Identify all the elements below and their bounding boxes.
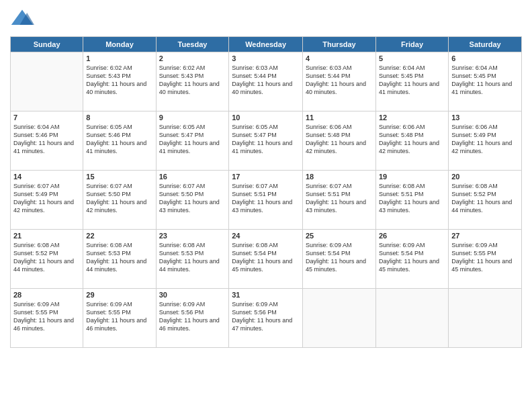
day-info: Sunrise: 6:08 AM Sunset: 5:52 PM Dayligh… (13, 241, 80, 274)
date-number: 21 (13, 232, 80, 240)
day-cell-1: 1Sunrise: 6:02 AM Sunset: 5:43 PM Daylig… (83, 52, 156, 111)
day-info: Sunrise: 6:09 AM Sunset: 5:54 PM Dayligh… (306, 241, 373, 274)
day-cell-5: 5Sunrise: 6:04 AM Sunset: 5:45 PM Daylig… (375, 52, 448, 111)
day-cell-16: 16Sunrise: 6:07 AM Sunset: 5:50 PM Dayli… (156, 171, 229, 230)
date-number: 8 (86, 113, 152, 122)
day-info: Sunrise: 6:07 AM Sunset: 5:51 PM Dayligh… (232, 182, 300, 215)
day-info: Sunrise: 6:08 AM Sunset: 5:52 PM Dayligh… (451, 182, 519, 215)
day-header-friday: Friday (375, 37, 448, 52)
day-info: Sunrise: 6:05 AM Sunset: 5:47 PM Dayligh… (159, 123, 226, 156)
day-cell-23: 23Sunrise: 6:08 AM Sunset: 5:53 PM Dayli… (156, 230, 229, 289)
day-header-tuesday: Tuesday (156, 37, 229, 52)
day-info: Sunrise: 6:02 AM Sunset: 5:43 PM Dayligh… (159, 64, 226, 97)
date-number: 12 (379, 113, 445, 122)
date-number: 29 (86, 291, 152, 299)
empty-cell (375, 289, 448, 348)
date-number: 28 (13, 291, 80, 299)
date-number: 4 (306, 54, 373, 62)
date-number: 7 (13, 113, 80, 122)
empty-cell (449, 289, 522, 348)
header (10, 7, 522, 31)
date-number: 25 (306, 232, 373, 240)
week-row-2: 14Sunrise: 6:07 AM Sunset: 5:49 PM Dayli… (11, 171, 522, 230)
date-number: 13 (451, 113, 519, 122)
week-row-0: 1Sunrise: 6:02 AM Sunset: 5:43 PM Daylig… (11, 52, 522, 111)
date-number: 31 (232, 291, 300, 299)
date-number: 14 (13, 173, 80, 181)
day-cell-8: 8Sunrise: 6:05 AM Sunset: 5:46 PM Daylig… (83, 111, 156, 171)
day-header-row: SundayMondayTuesdayWednesdayThursdayFrid… (11, 37, 522, 52)
day-cell-6: 6Sunrise: 6:04 AM Sunset: 5:45 PM Daylig… (449, 52, 522, 111)
date-number: 1 (86, 54, 152, 62)
day-cell-2: 2Sunrise: 6:02 AM Sunset: 5:43 PM Daylig… (156, 52, 229, 111)
logo-icon (10, 7, 34, 31)
empty-cell (302, 289, 375, 348)
day-info: Sunrise: 6:03 AM Sunset: 5:44 PM Dayligh… (232, 64, 300, 97)
day-cell-15: 15Sunrise: 6:07 AM Sunset: 5:50 PM Dayli… (83, 171, 156, 230)
day-cell-18: 18Sunrise: 6:07 AM Sunset: 5:51 PM Dayli… (302, 171, 375, 230)
day-info: Sunrise: 6:09 AM Sunset: 5:55 PM Dayligh… (451, 241, 519, 274)
date-number: 10 (232, 113, 300, 122)
day-info: Sunrise: 6:07 AM Sunset: 5:51 PM Dayligh… (306, 182, 373, 215)
day-info: Sunrise: 6:04 AM Sunset: 5:45 PM Dayligh… (451, 64, 519, 97)
day-cell-19: 19Sunrise: 6:08 AM Sunset: 5:51 PM Dayli… (375, 171, 448, 230)
day-info: Sunrise: 6:06 AM Sunset: 5:48 PM Dayligh… (306, 123, 373, 156)
week-row-4: 28Sunrise: 6:09 AM Sunset: 5:55 PM Dayli… (11, 289, 522, 348)
day-cell-9: 9Sunrise: 6:05 AM Sunset: 5:47 PM Daylig… (156, 111, 229, 171)
day-cell-11: 11Sunrise: 6:06 AM Sunset: 5:48 PM Dayli… (302, 111, 375, 171)
day-info: Sunrise: 6:03 AM Sunset: 5:44 PM Dayligh… (306, 64, 373, 97)
day-cell-29: 29Sunrise: 6:09 AM Sunset: 5:55 PM Dayli… (83, 289, 156, 348)
day-info: Sunrise: 6:04 AM Sunset: 5:46 PM Dayligh… (13, 123, 80, 156)
date-number: 30 (159, 291, 226, 299)
date-number: 26 (379, 232, 445, 240)
logo (10, 7, 37, 31)
date-number: 18 (306, 173, 373, 181)
day-header-wednesday: Wednesday (229, 37, 303, 52)
day-cell-22: 22Sunrise: 6:08 AM Sunset: 5:53 PM Dayli… (83, 230, 156, 289)
date-number: 9 (159, 113, 226, 122)
date-number: 3 (232, 54, 300, 62)
day-info: Sunrise: 6:09 AM Sunset: 5:54 PM Dayligh… (379, 241, 445, 274)
page-container: SundayMondayTuesdayWednesdayThursdayFrid… (0, 0, 532, 355)
day-header-saturday: Saturday (449, 37, 522, 52)
date-number: 19 (379, 173, 445, 181)
day-info: Sunrise: 6:09 AM Sunset: 5:56 PM Dayligh… (159, 300, 226, 333)
day-cell-14: 14Sunrise: 6:07 AM Sunset: 5:49 PM Dayli… (11, 171, 83, 230)
day-cell-28: 28Sunrise: 6:09 AM Sunset: 5:55 PM Dayli… (11, 289, 83, 348)
day-info: Sunrise: 6:08 AM Sunset: 5:51 PM Dayligh… (379, 182, 445, 215)
day-cell-20: 20Sunrise: 6:08 AM Sunset: 5:52 PM Dayli… (449, 171, 522, 230)
date-number: 16 (159, 173, 226, 181)
date-number: 17 (232, 173, 300, 181)
day-cell-26: 26Sunrise: 6:09 AM Sunset: 5:54 PM Dayli… (375, 230, 448, 289)
day-info: Sunrise: 6:08 AM Sunset: 5:53 PM Dayligh… (159, 241, 226, 274)
day-info: Sunrise: 6:06 AM Sunset: 5:48 PM Dayligh… (379, 123, 445, 156)
date-number: 24 (232, 232, 300, 240)
day-cell-4: 4Sunrise: 6:03 AM Sunset: 5:44 PM Daylig… (302, 52, 375, 111)
day-info: Sunrise: 6:05 AM Sunset: 5:47 PM Dayligh… (232, 123, 300, 156)
date-number: 15 (86, 173, 152, 181)
day-cell-3: 3Sunrise: 6:03 AM Sunset: 5:44 PM Daylig… (229, 52, 303, 111)
day-cell-24: 24Sunrise: 6:08 AM Sunset: 5:54 PM Dayli… (229, 230, 303, 289)
date-number: 6 (451, 54, 519, 62)
day-header-thursday: Thursday (302, 37, 375, 52)
day-cell-21: 21Sunrise: 6:08 AM Sunset: 5:52 PM Dayli… (11, 230, 83, 289)
day-cell-13: 13Sunrise: 6:06 AM Sunset: 5:49 PM Dayli… (449, 111, 522, 171)
day-info: Sunrise: 6:02 AM Sunset: 5:43 PM Dayligh… (86, 64, 152, 97)
day-cell-31: 31Sunrise: 6:09 AM Sunset: 5:56 PM Dayli… (229, 289, 303, 348)
day-info: Sunrise: 6:07 AM Sunset: 5:50 PM Dayligh… (159, 182, 226, 215)
empty-cell (11, 52, 83, 111)
date-number: 27 (451, 232, 519, 240)
day-info: Sunrise: 6:09 AM Sunset: 5:55 PM Dayligh… (13, 300, 80, 333)
day-cell-27: 27Sunrise: 6:09 AM Sunset: 5:55 PM Dayli… (449, 230, 522, 289)
day-info: Sunrise: 6:08 AM Sunset: 5:53 PM Dayligh… (86, 241, 152, 274)
day-info: Sunrise: 6:06 AM Sunset: 5:49 PM Dayligh… (451, 123, 519, 156)
date-number: 11 (306, 113, 373, 122)
date-number: 2 (159, 54, 226, 62)
day-cell-25: 25Sunrise: 6:09 AM Sunset: 5:54 PM Dayli… (302, 230, 375, 289)
day-info: Sunrise: 6:09 AM Sunset: 5:55 PM Dayligh… (86, 300, 152, 333)
day-info: Sunrise: 6:07 AM Sunset: 5:49 PM Dayligh… (13, 182, 80, 215)
week-row-3: 21Sunrise: 6:08 AM Sunset: 5:52 PM Dayli… (11, 230, 522, 289)
day-cell-10: 10Sunrise: 6:05 AM Sunset: 5:47 PM Dayli… (229, 111, 303, 171)
date-number: 22 (86, 232, 152, 240)
day-cell-30: 30Sunrise: 6:09 AM Sunset: 5:56 PM Dayli… (156, 289, 229, 348)
